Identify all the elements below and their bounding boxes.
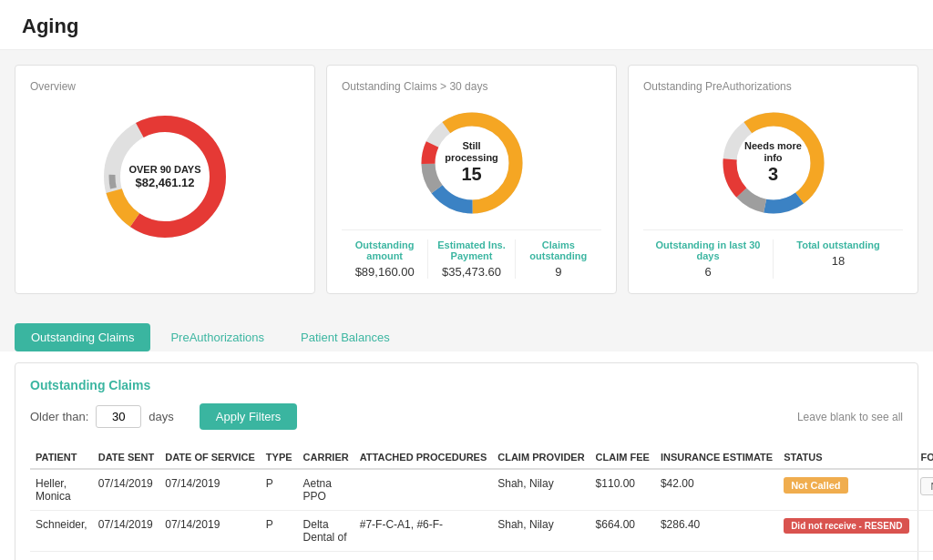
row2-provider: Shah, Nilay	[492, 511, 590, 552]
row1-date-sent: 07/14/2019	[93, 469, 160, 511]
claims-stat-outstanding[interactable]: Claims outstanding 9	[515, 239, 601, 279]
row1-action-plan: Not Set	[915, 469, 933, 511]
filter-older-than-label: Older than:	[30, 410, 88, 423]
claims-table-body: Heller, Monica 07/14/2019 07/14/2019 P A…	[30, 469, 933, 552]
claims-stat-label-1: Estimated Ins. Payment	[428, 239, 514, 261]
table-row: Schneider, 07/14/2019 07/14/2019 P Delta…	[30, 511, 933, 552]
preauth-stats-row: Outstanding in last 30 days 6 Total outs…	[643, 229, 903, 279]
overview-card-label: Overview	[30, 80, 300, 93]
row1-provider: Shah, Nilay	[492, 469, 590, 511]
overview-center-label: OVER 90 DAYS	[128, 164, 200, 176]
claims-stat-value-0: $89,160.00	[342, 265, 427, 279]
preauth-stat-value-1: 18	[774, 254, 903, 268]
row2-claim-fee: $664.00	[590, 511, 655, 552]
row1-carrier: Aetna PPO	[298, 469, 354, 511]
table-section: Outstanding Claims Older than: days Appl…	[15, 362, 918, 560]
col-claim-fee: CLAIM FEE	[590, 444, 655, 469]
preauth-stat-total[interactable]: Total outstanding 18	[773, 239, 903, 279]
col-carrier: CARRIER	[298, 444, 354, 469]
tab-outstanding-claims[interactable]: Outstanding Claims	[15, 323, 150, 351]
claims-center-label: Still processing	[442, 140, 501, 164]
row1-procedures	[354, 469, 493, 511]
page-container: Aging Overview	[0, 0, 933, 560]
col-procedures: ATTACHED PROCEDURES	[354, 444, 493, 469]
row2-carrier: Delta Dental of	[298, 511, 354, 552]
table-section-title: Outstanding Claims	[30, 378, 903, 392]
col-date-of-service: DATE OF SERVICE	[159, 444, 261, 469]
row2-patient: Schneider,	[30, 511, 93, 552]
overview-donut-wrap: OVER 90 DAYS $82,461.12	[92, 104, 238, 249]
row1-type: P	[261, 469, 298, 511]
tab-patient-balances[interactable]: Patient Balances	[284, 323, 406, 351]
preauth-card-label: Outstanding PreAuthorizations	[643, 80, 903, 93]
preauth-center-value: 3	[743, 165, 803, 186]
status-badge-row2[interactable]: Did not receive - RESEND	[784, 518, 909, 534]
row1-patient: Heller, Monica	[30, 469, 93, 511]
claims-donut-center: Still processing 15	[442, 140, 501, 185]
claims-donut-wrap: Still processing 15	[413, 104, 531, 222]
col-status: STATUS	[778, 444, 915, 469]
preauth-center-label: Needs more info	[743, 140, 803, 164]
col-patient: PATIENT	[30, 444, 93, 469]
filter-days-input[interactable]	[96, 405, 141, 428]
preauth-stat-label-1: Total outstanding	[774, 239, 903, 250]
row2-insurance-estimate: $286.40	[655, 511, 778, 552]
claims-table: PATIENT DATE SENT DATE OF SERVICE TYPE C…	[30, 444, 933, 552]
claims-stat-outstanding-amount[interactable]: Outstanding amount $89,160.00	[342, 239, 427, 279]
claims-card-label: Outstanding Claims > 30 days	[342, 80, 601, 93]
tabs-section: Outstanding Claims PreAuthorizations Pat…	[0, 309, 933, 351]
apply-filters-button[interactable]: Apply Filters	[200, 403, 298, 430]
claims-stat-estimated-ins[interactable]: Estimated Ins. Payment $35,473.60	[427, 239, 514, 279]
tab-preauthorizations[interactable]: PreAuthorizations	[154, 323, 281, 351]
table-row: Heller, Monica 07/14/2019 07/14/2019 P A…	[30, 469, 933, 511]
row2-date-service: 07/14/2019	[159, 511, 261, 552]
col-date-sent: DATE SENT	[93, 444, 160, 469]
col-type: TYPE	[261, 444, 298, 469]
action-plan-not-set-row1[interactable]: Not Set	[920, 477, 933, 495]
row2-status: Did not receive - RESEND	[778, 511, 915, 552]
overview-center-value: $82,461.12	[128, 176, 200, 189]
page-title: Aging	[22, 15, 911, 38]
claims-stat-label-2: Claims outstanding	[516, 239, 601, 261]
row1-date-service: 07/14/2019	[159, 469, 261, 511]
col-action-plan: FOLLOW UP ACTION PLAN	[915, 444, 933, 469]
claims-stats-row: Outstanding amount $89,160.00 Estimated …	[342, 229, 601, 279]
row2-procedures: #7-F-C-A1, #6-F-	[354, 511, 493, 552]
preauth-donut-container: Needs more info 3	[643, 104, 903, 222]
status-badge-row1[interactable]: Not Called	[784, 477, 847, 494]
preauth-stat-last30[interactable]: Outstanding in last 30 days 6	[643, 239, 773, 279]
cards-row: Overview OVER 90 DAYS $	[0, 50, 933, 309]
claims-card: Outstanding Claims > 30 days	[326, 65, 617, 294]
claims-table-header: PATIENT DATE SENT DATE OF SERVICE TYPE C…	[30, 444, 933, 469]
overview-donut-container: OVER 90 DAYS $82,461.12	[30, 104, 300, 249]
preauth-donut-wrap: Needs more info 3	[714, 104, 833, 222]
row2-action-plan	[915, 511, 933, 552]
row1-claim-fee: $110.00	[590, 469, 655, 511]
claims-donut-container: Still processing 15	[342, 104, 601, 222]
preauth-stat-value-0: 6	[643, 265, 773, 279]
overview-donut-center: OVER 90 DAYS $82,461.12	[128, 164, 200, 189]
preauth-stat-label-0: Outstanding in last 30 days	[643, 239, 773, 261]
claims-stat-value-1: $35,473.60	[428, 265, 514, 279]
col-provider: CLAIM PROVIDER	[492, 444, 590, 469]
claims-center-value: 15	[442, 165, 501, 186]
tabs-bar: Outstanding Claims PreAuthorizations Pat…	[15, 323, 918, 351]
claims-stat-label-0: Outstanding amount	[342, 239, 427, 261]
row2-date-sent: 07/14/2019	[93, 511, 160, 552]
filter-days-label: days	[149, 410, 173, 423]
preauth-donut-center: Needs more info 3	[743, 140, 803, 185]
filter-row: Older than: days Apply Filters Leave bla…	[30, 403, 903, 430]
claims-stat-value-2: 9	[516, 265, 601, 279]
leave-blank-label: Leave blank to see all	[797, 411, 903, 423]
col-insurance-estimate: INSURANCE ESTIMATE	[655, 444, 778, 469]
page-header: Aging	[0, 0, 933, 50]
preauth-card: Outstanding PreAuthorizations	[628, 65, 918, 294]
row1-status: Not Called	[778, 469, 915, 511]
row1-insurance-estimate: $42.00	[655, 469, 778, 511]
row2-type: P	[261, 511, 298, 552]
overview-card: Overview OVER 90 DAYS $	[15, 65, 315, 294]
